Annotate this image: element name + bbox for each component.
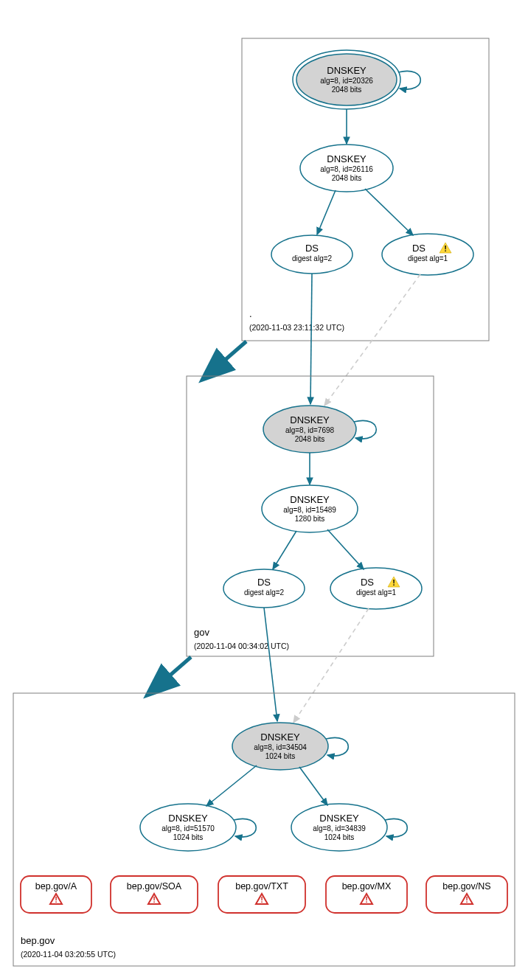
svg-text:DNSKEY: DNSKEY [327, 153, 367, 164]
svg-text:bep.gov/TXT: bep.gov/TXT [235, 881, 288, 892]
dnskey-gov-zsk: DNSKEY alg=8, id=15489 1280 bits [262, 485, 358, 532]
svg-text:!: ! [153, 895, 156, 904]
edge-selfloop-bep-zsk1 [234, 819, 256, 837]
svg-text:!: ! [392, 578, 395, 587]
svg-text:DNSKEY: DNSKEY [168, 813, 208, 824]
dnskey-bep-zsk2: DNSKEY alg=8, id=34839 1024 bits [291, 804, 387, 851]
svg-text:DNSKEY: DNSKEY [327, 65, 367, 76]
edge-selfloop-gov-ksk [354, 420, 376, 439]
zone-ts-bep: (2020-11-04 03:20:55 UTC) [21, 950, 116, 959]
svg-text:2048 bits: 2048 bits [332, 86, 362, 94]
ds-root-alg1: DS digest alg=1 ! [382, 234, 473, 275]
svg-text:digest alg=2: digest alg=2 [244, 588, 285, 597]
zone-label-root: . [249, 308, 252, 319]
zone-label-gov: gov [194, 627, 209, 638]
rrset-txt: bep.gov/TXT ! [218, 876, 305, 913]
rrset-a: bep.gov/A ! [21, 876, 91, 913]
edge-selfloop-root-ksk [398, 71, 420, 89]
edge-gov-zsk-to-ds1 [327, 529, 364, 569]
svg-text:DNSKEY: DNSKEY [319, 813, 359, 824]
dnskey-bep-ksk: DNSKEY alg=8, id=34504 1024 bits [232, 723, 328, 770]
zone-ts-root: (2020-11-03 23:11:32 UTC) [249, 323, 344, 332]
svg-text:alg=8, id=15489: alg=8, id=15489 [283, 506, 336, 514]
svg-text:1024 bits: 1024 bits [324, 833, 355, 841]
svg-text:bep.gov/MX: bep.gov/MX [342, 881, 392, 892]
svg-text:DS: DS [361, 577, 374, 588]
svg-text:alg=8, id=34504: alg=8, id=34504 [254, 743, 307, 751]
ds-gov-alg2: DS digest alg=2 [223, 569, 305, 608]
svg-text:!: ! [465, 895, 468, 904]
dnskey-gov-ksk: DNSKEY alg=8, id=7698 2048 bits [263, 406, 356, 453]
edge-gov-zsk-to-ds2 [273, 531, 296, 569]
edge-gov-ds1-to-bep-ksk [293, 608, 369, 723]
edge-selfloop-bep-zsk2 [385, 819, 407, 837]
svg-text:DS: DS [412, 243, 425, 254]
rrset-mx: bep.gov/MX ! [326, 876, 407, 913]
edge-root-ds2-to-gov-ksk [310, 274, 312, 404]
edge-root-zsk-to-ds1 [365, 189, 413, 235]
svg-text:!: ! [365, 895, 368, 904]
svg-text:alg=8, id=26116: alg=8, id=26116 [320, 165, 373, 173]
dnskey-root-ksk: DNSKEY alg=8, id=20326 2048 bits [293, 50, 400, 109]
svg-text:1024 bits: 1024 bits [173, 833, 204, 841]
svg-text:bep.gov/NS: bep.gov/NS [442, 881, 490, 892]
zone-ts-gov: (2020-11-04 00:34:02 UTC) [194, 642, 289, 650]
svg-text:digest alg=2: digest alg=2 [292, 254, 333, 263]
svg-text:!: ! [444, 244, 447, 253]
zone-label-bep: bep.gov [21, 935, 55, 946]
edge-zone-gov-to-bep [157, 657, 191, 687]
svg-text:DS: DS [257, 577, 271, 588]
svg-text:2048 bits: 2048 bits [295, 435, 325, 443]
svg-text:DNSKEY: DNSKEY [290, 414, 330, 425]
svg-text:alg=8, id=51570: alg=8, id=51570 [161, 824, 215, 833]
dnskey-root-zsk: DNSKEY alg=8, id=26116 2048 bits [300, 145, 393, 192]
svg-text:!: ! [260, 895, 263, 904]
svg-text:2048 bits: 2048 bits [332, 174, 362, 182]
edge-bep-ksk-to-zsk1 [206, 765, 257, 806]
edge-root-zsk-to-ds2 [317, 190, 336, 234]
svg-text:DNSKEY: DNSKEY [290, 494, 330, 505]
edge-zone-root-to-gov [212, 341, 246, 371]
svg-text:digest alg=1: digest alg=1 [356, 588, 397, 597]
svg-text:alg=8, id=34839: alg=8, id=34839 [313, 824, 366, 833]
rrset-ns: bep.gov/NS ! [426, 876, 507, 913]
ds-gov-alg1: DS digest alg=1 ! [330, 568, 422, 609]
svg-text:!: ! [55, 895, 58, 904]
svg-text:alg=8, id=20326: alg=8, id=20326 [320, 77, 373, 85]
dnskey-bep-zsk1: DNSKEY alg=8, id=51570 1024 bits [140, 804, 236, 851]
edge-gov-ds2-to-bep-ksk [264, 608, 277, 721]
edge-root-ds1-to-gov-ksk [324, 274, 420, 406]
svg-text:bep.gov/A: bep.gov/A [35, 881, 77, 892]
rrset-soa: bep.gov/SOA ! [111, 876, 198, 913]
dnssec-graph: . (2020-11-03 23:11:32 UTC) DNSKEY alg=8… [0, 0, 528, 980]
svg-text:DS: DS [305, 243, 319, 254]
svg-text:bep.gov/SOA: bep.gov/SOA [127, 881, 182, 892]
svg-text:alg=8, id=7698: alg=8, id=7698 [285, 426, 335, 434]
svg-text:digest alg=1: digest alg=1 [408, 254, 448, 263]
svg-text:1280 bits: 1280 bits [295, 515, 325, 523]
edge-selfloop-bep-ksk [326, 737, 348, 756]
ds-root-alg2: DS digest alg=2 [271, 235, 352, 274]
edge-bep-ksk-to-zsk2 [299, 767, 327, 805]
svg-text:DNSKEY: DNSKEY [260, 731, 300, 743]
svg-text:1024 bits: 1024 bits [265, 752, 296, 760]
